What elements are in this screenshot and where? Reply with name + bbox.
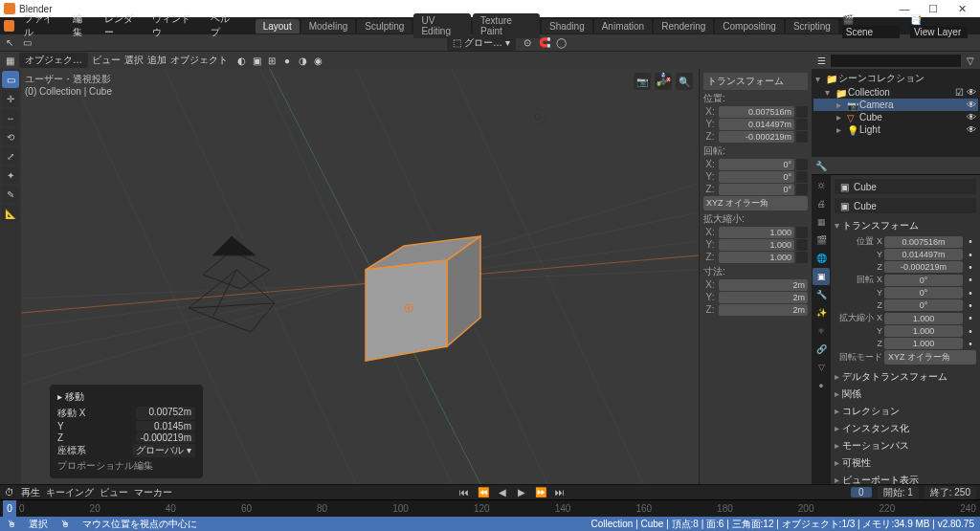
timeline-view-menu[interactable]: ビュー bbox=[100, 486, 128, 499]
end-frame[interactable]: 終了: 250 bbox=[924, 486, 976, 499]
nav-gizmo[interactable]: X Y Z bbox=[634, 73, 693, 90]
tab-rendering[interactable]: Rendering bbox=[654, 19, 713, 33]
outliner[interactable]: ▾📁シーンコレクション ▾📁Collection☑👁 ▸📷Camera👁 ▸▽C… bbox=[812, 69, 980, 157]
tab-animation[interactable]: Animation bbox=[594, 19, 652, 33]
outliner-collection[interactable]: ▾📁Collection☑👁 bbox=[813, 86, 978, 99]
tab-scripting[interactable]: Scripting bbox=[786, 19, 838, 33]
props-icon[interactable]: 🔧 bbox=[815, 160, 827, 171]
ptab-world[interactable]: 🌐 bbox=[813, 250, 830, 267]
timeline-ruler[interactable]: 0 02040 6080100 120140160 180200220 240 bbox=[0, 499, 980, 517]
properties-crumb2[interactable]: ▣Cube bbox=[835, 198, 976, 213]
section-visibility[interactable]: 可視性 bbox=[835, 454, 976, 472]
properties-crumb[interactable]: ▣Cube bbox=[835, 179, 976, 194]
ptab-constraints[interactable]: 🔗 bbox=[813, 341, 830, 358]
minimize-button[interactable]: — bbox=[890, 3, 919, 14]
xray-icon[interactable]: ▣ bbox=[251, 55, 262, 66]
viewlayer-selector[interactable]: 📑 bbox=[910, 14, 976, 38]
scene-field[interactable] bbox=[842, 26, 900, 38]
play-icon[interactable]: ▶ bbox=[515, 487, 528, 498]
shading-wire-icon[interactable]: ⊞ bbox=[266, 55, 278, 66]
menu-edit[interactable]: 編集 bbox=[67, 11, 96, 41]
eye-icon[interactable]: 👁 bbox=[967, 124, 976, 135]
ptab-data[interactable]: ▽ bbox=[813, 359, 830, 376]
ptab-scene[interactable]: 🎬 bbox=[813, 232, 830, 249]
tool-annotate[interactable]: ✎ bbox=[2, 186, 19, 203]
loc-z[interactable]: -0.000219m bbox=[719, 131, 794, 143]
ptab-viewlayer[interactable]: ▦ bbox=[813, 213, 830, 231]
section-instancing[interactable]: インスタンス化 bbox=[835, 420, 976, 437]
ptab-particles[interactable]: ✨ bbox=[813, 304, 830, 321]
jump-end-icon[interactable]: ⏭ bbox=[553, 487, 567, 498]
menu-help[interactable]: ヘルプ bbox=[205, 11, 243, 41]
ptab-output[interactable]: 🖨 bbox=[813, 195, 830, 212]
ptab-modifiers[interactable]: 🔧 bbox=[813, 286, 830, 303]
timeline-keying-menu[interactable]: キーイング bbox=[46, 486, 94, 499]
section-relations[interactable]: 関係 bbox=[835, 386, 976, 403]
tab-shading[interactable]: Shading bbox=[542, 19, 592, 33]
operator-panel[interactable]: ▸ 移動 移動 X0.00752m Y0.0145m Z-0.000219m 座… bbox=[50, 385, 203, 478]
ptab-render[interactable]: ⛭ bbox=[813, 177, 830, 194]
next-key-icon[interactable]: ⏩ bbox=[534, 487, 547, 498]
start-frame[interactable]: 開始: 1 bbox=[878, 486, 919, 499]
object-menu[interactable]: オブジェクト bbox=[170, 54, 228, 67]
editor-type-icon[interactable]: ▦ bbox=[4, 55, 15, 66]
tool-rotate[interactable]: ⟲ bbox=[2, 128, 19, 145]
outliner-icon[interactable]: ☰ bbox=[815, 55, 827, 66]
play-rev-icon[interactable]: ◀ bbox=[496, 487, 509, 498]
timeline-marker-menu[interactable]: マーカー bbox=[134, 486, 172, 499]
outliner-camera[interactable]: ▸📷Camera👁 bbox=[813, 99, 978, 111]
tab-sculpting[interactable]: Sculpting bbox=[357, 19, 412, 33]
section-viewport[interactable]: ビューポート表示 bbox=[835, 472, 976, 484]
scene-selector[interactable]: 🎬 bbox=[842, 14, 908, 38]
outliner-light[interactable]: ▸💡Light👁 bbox=[813, 123, 978, 136]
timeline-icon[interactable]: ⏱ bbox=[4, 487, 15, 498]
outliner-cube[interactable]: ▸▽Cube👁 bbox=[813, 111, 978, 123]
loc-y[interactable]: 0.014497m bbox=[719, 119, 794, 130]
tab-compositing[interactable]: Compositing bbox=[715, 19, 784, 33]
tool-scale[interactable]: ⤢ bbox=[2, 147, 19, 165]
section-transform[interactable]: トランスフォーム bbox=[835, 217, 976, 234]
timeline-play-menu[interactable]: 再生 bbox=[21, 486, 40, 499]
viewport-3d[interactable]: ▭ ✛ ↔ ⟲ ⤢ ✦ ✎ 📐 bbox=[0, 69, 812, 484]
viewlayer-field[interactable] bbox=[910, 26, 968, 38]
orientation-dropdown[interactable]: ⬚ グロー… ▾ bbox=[447, 35, 516, 51]
jump-start-icon[interactable]: ⏮ bbox=[457, 487, 471, 498]
snap-icon[interactable]: 🧲 bbox=[539, 37, 550, 49]
view-menu[interactable]: ビュー bbox=[92, 54, 121, 67]
tool-transform[interactable]: ✦ bbox=[2, 166, 19, 184]
tool-measure[interactable]: 📐 bbox=[2, 205, 19, 222]
cursor-icon[interactable]: ↖ bbox=[4, 37, 15, 49]
menu-render[interactable]: レンダー bbox=[99, 11, 145, 41]
shading-solid-icon[interactable]: ● bbox=[281, 55, 293, 66]
tab-modeling[interactable]: Modeling bbox=[301, 19, 356, 33]
tool-move[interactable]: ↔ bbox=[2, 109, 19, 126]
toggle-icon[interactable]: ☑ bbox=[955, 87, 964, 98]
overlays-icon[interactable]: ◐ bbox=[235, 55, 247, 66]
ptab-physics[interactable]: ⚛ bbox=[813, 322, 830, 340]
npanel-header[interactable]: トランスフォーム bbox=[703, 73, 808, 90]
section-delta[interactable]: デルタトランスフォーム bbox=[835, 368, 976, 386]
pivot-icon[interactable]: ⊙ bbox=[522, 37, 533, 49]
filter-icon[interactable]: ▽ bbox=[965, 55, 976, 66]
outliner-search[interactable] bbox=[831, 55, 961, 67]
prop-loc-x[interactable]: 0.007516m bbox=[884, 236, 963, 248]
lock-icon[interactable]: • bbox=[965, 236, 976, 248]
section-motionpath[interactable]: モーションパス bbox=[835, 437, 976, 454]
select-box-icon[interactable]: ▭ bbox=[21, 37, 33, 49]
shading-render-icon[interactable]: ◉ bbox=[312, 55, 323, 66]
prev-key-icon[interactable]: ⏪ bbox=[477, 487, 490, 498]
tool-select[interactable]: ▭ bbox=[2, 71, 19, 88]
eye-icon[interactable]: 👁 bbox=[967, 87, 976, 98]
tab-layout[interactable]: Layout bbox=[256, 19, 300, 33]
mode-dropdown[interactable]: オブジェク… bbox=[19, 53, 88, 68]
ptab-material[interactable]: ● bbox=[813, 377, 830, 394]
eye-icon[interactable]: 👁 bbox=[967, 112, 976, 122]
add-menu[interactable]: 追加 bbox=[147, 54, 167, 67]
select-menu[interactable]: 選択 bbox=[124, 54, 144, 67]
lock-icon[interactable] bbox=[796, 106, 808, 118]
eye-icon[interactable]: 👁 bbox=[967, 100, 976, 110]
tool-cursor[interactable]: ✛ bbox=[2, 90, 19, 107]
current-frame[interactable]: 0 bbox=[851, 487, 872, 498]
section-collections[interactable]: コレクション bbox=[835, 403, 976, 420]
ptab-object[interactable]: ▣ bbox=[813, 268, 830, 285]
